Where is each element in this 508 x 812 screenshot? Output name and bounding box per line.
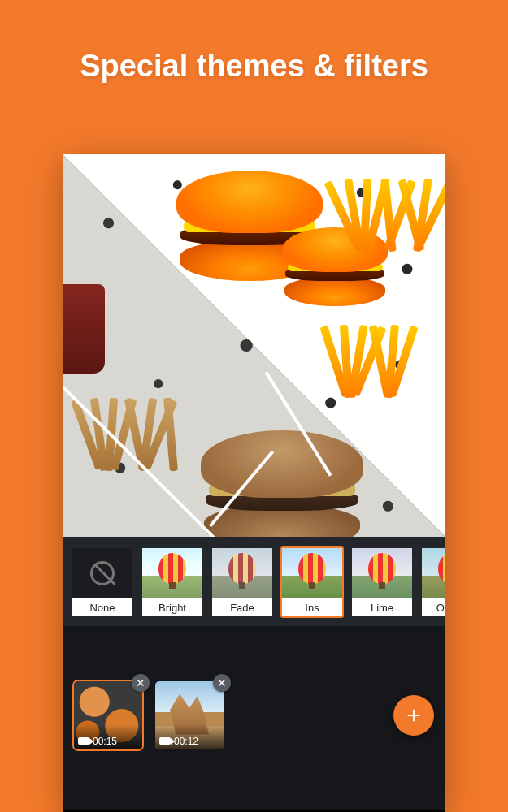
close-icon: ✕ <box>217 677 227 689</box>
plus-icon <box>405 706 423 724</box>
filter-label: Bright <box>142 598 202 616</box>
video-icon <box>159 737 171 745</box>
clip-duration: 00:12 <box>174 736 198 747</box>
clip-item[interactable]: ✕ 00:15 <box>74 681 142 749</box>
clip-tray: ✕ 00:15 ✕ 00:12 <box>63 626 445 810</box>
filter-label: Lime <box>352 598 412 616</box>
editor-screen: None Bright Fade Ins Lime Ocean ✕ <box>63 154 445 812</box>
filter-ocean[interactable]: Ocean <box>420 546 445 618</box>
filter-strip[interactable]: None Bright Fade Ins Lime Ocean <box>63 537 445 626</box>
filter-fade[interactable]: Fade <box>211 546 274 618</box>
video-icon <box>78 737 89 745</box>
none-icon <box>90 561 115 585</box>
filter-bright[interactable]: Bright <box>141 546 204 618</box>
filter-label: None <box>72 598 132 616</box>
clip-duration: 00:15 <box>93 736 117 747</box>
add-clip-button[interactable] <box>393 695 434 736</box>
close-icon: ✕ <box>136 677 145 689</box>
clip-duration-badge: 00:12 <box>155 724 224 749</box>
filter-none[interactable]: None <box>71 546 134 618</box>
headline: Special themes & filters <box>0 0 508 116</box>
remove-clip-button[interactable]: ✕ <box>132 674 150 692</box>
filter-label: Ocean <box>422 598 445 616</box>
preview-canvas[interactable] <box>63 154 445 537</box>
filter-label: Ins <box>282 598 342 616</box>
clip-item[interactable]: ✕ 00:12 <box>155 681 224 749</box>
remove-clip-button[interactable]: ✕ <box>213 674 231 692</box>
clip-duration-badge: 00:15 <box>74 724 142 749</box>
filter-label: Fade <box>212 598 272 616</box>
filter-lime[interactable]: Lime <box>350 546 414 618</box>
filter-ins[interactable]: Ins <box>280 546 344 618</box>
